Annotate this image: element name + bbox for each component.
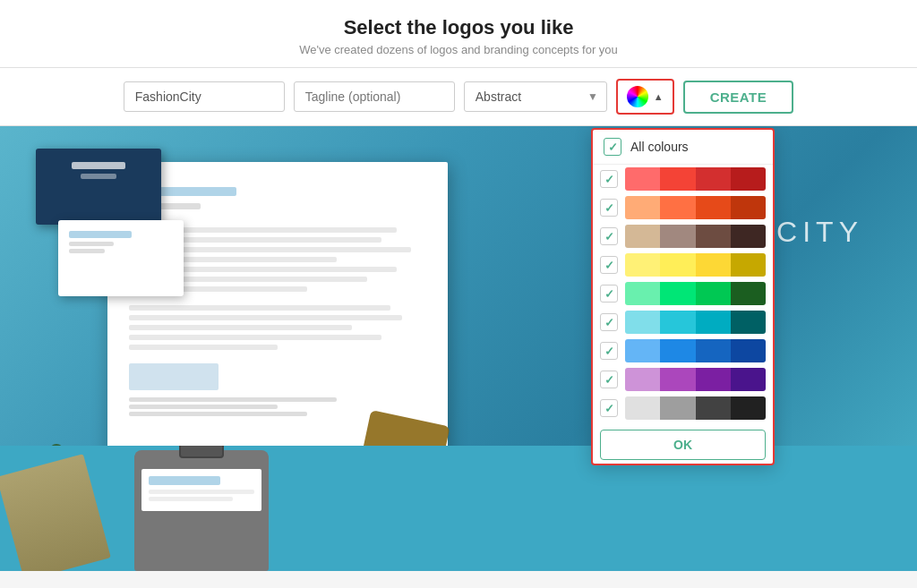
business-card-dark — [36, 149, 161, 225]
purples-checkbox[interactable]: ✓ — [600, 371, 618, 388]
greens-swatch — [625, 282, 766, 305]
grays-swatch — [625, 396, 766, 420]
page-subtitle: We've created dozens of logos and brandi… — [0, 43, 917, 56]
yellows-checkbox[interactable]: ✓ — [600, 256, 618, 274]
color-row-yellows[interactable]: ✓ — [593, 251, 773, 279]
page-header: Select the logos you like We've created … — [0, 0, 917, 68]
browns-swatch — [625, 225, 766, 248]
bottom-strip — [0, 446, 917, 571]
teals-swatch — [625, 311, 766, 334]
ok-button[interactable]: OK — [600, 430, 766, 460]
reds-checkbox[interactable]: ✓ — [600, 170, 618, 188]
blues-swatch — [625, 339, 766, 362]
color-wheel-icon — [627, 86, 648, 107]
style-select-wrap: Abstract ▼ — [464, 81, 607, 112]
oranges-checkbox[interactable]: ✓ — [600, 199, 618, 217]
purples-swatch — [625, 368, 766, 391]
oranges-swatch — [625, 196, 766, 219]
color-row-greens[interactable]: ✓ — [593, 279, 773, 308]
all-colors-checkbox[interactable]: ✓ — [604, 138, 621, 156]
yellows-swatch — [625, 253, 766, 277]
toolbar: Abstract ▼ ▲ CREATE — [0, 68, 917, 126]
clipboard-decoration — [134, 450, 269, 571]
scissors-decoration — [0, 454, 111, 571]
color-row-grays[interactable]: ✓ — [593, 394, 773, 422]
hero-background: NCITY ▼ PREVIEW & DOWNLOAD — [0, 126, 917, 571]
all-colors-label: All colours — [630, 140, 689, 154]
color-picker-dropdown: ✓ All colours ✓ ✓ — [591, 128, 775, 465]
checkmark-icon: ✓ — [608, 141, 618, 154]
reds-swatch — [625, 167, 766, 191]
all-colors-row[interactable]: ✓ All colours — [593, 130, 773, 165]
brand-name-input[interactable] — [124, 81, 285, 112]
color-row-reds[interactable]: ✓ — [593, 165, 773, 193]
main-content: NCITY ▼ PREVIEW & DOWNLOAD ✓ — [0, 126, 917, 571]
tagline-input[interactable] — [294, 81, 455, 112]
chevron-up-icon: ▲ — [654, 91, 664, 102]
grays-checkbox[interactable]: ✓ — [600, 399, 618, 417]
color-row-teals[interactable]: ✓ — [593, 308, 773, 337]
color-row-oranges[interactable]: ✓ — [593, 193, 773, 222]
color-row-purples[interactable]: ✓ — [593, 365, 773, 394]
greens-checkbox[interactable]: ✓ — [600, 285, 618, 303]
color-row-blues[interactable]: ✓ — [593, 337, 773, 365]
color-row-browns[interactable]: ✓ — [593, 222, 773, 251]
teals-checkbox[interactable]: ✓ — [600, 313, 618, 331]
business-card-light — [58, 220, 184, 296]
style-select[interactable]: Abstract — [464, 81, 607, 112]
color-picker-button[interactable]: ▲ — [616, 79, 674, 115]
blues-checkbox[interactable]: ✓ — [600, 342, 618, 360]
browns-checkbox[interactable]: ✓ — [600, 227, 618, 245]
create-button[interactable]: CREATE — [683, 81, 794, 114]
page-title: Select the logos you like — [0, 16, 917, 39]
